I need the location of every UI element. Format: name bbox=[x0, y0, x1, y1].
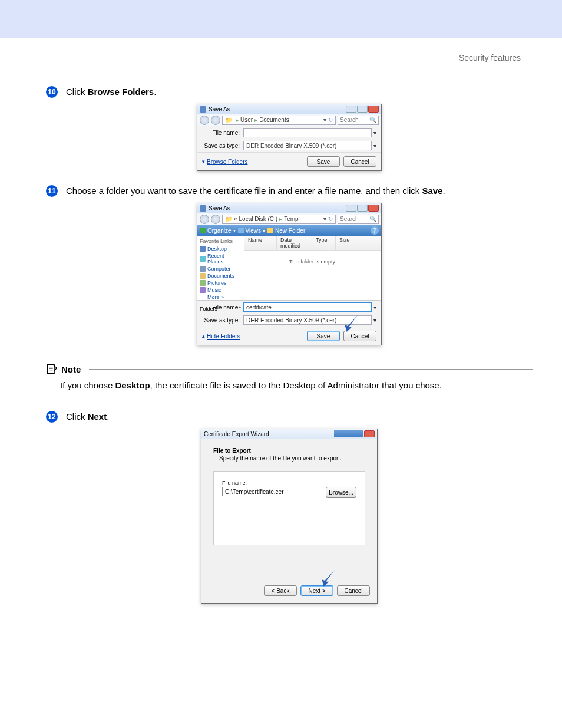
maximize-button[interactable] bbox=[357, 205, 368, 212]
app-icon bbox=[200, 106, 206, 113]
forward-button[interactable] bbox=[211, 116, 220, 125]
step-12-text: Click Next. bbox=[66, 411, 533, 423]
chevron-right-icon: ▸ bbox=[254, 117, 257, 123]
crumb: Documents bbox=[259, 117, 289, 123]
t: Organize bbox=[207, 228, 232, 234]
favorite-computer[interactable]: Computer bbox=[200, 266, 242, 272]
header-title: Security features bbox=[46, 53, 521, 62]
t: Choose a folder you want to save the cer… bbox=[66, 186, 422, 196]
filename-label: File name: bbox=[201, 304, 243, 311]
hide-folders-button[interactable]: ▴ Hide Folders bbox=[202, 333, 240, 340]
back-button[interactable] bbox=[200, 116, 209, 125]
t: Click bbox=[66, 411, 88, 421]
titlebar-decoration bbox=[334, 430, 363, 437]
window-buttons bbox=[345, 205, 379, 212]
dropdown-icon[interactable]: ▾ bbox=[372, 130, 378, 136]
step-10-text: Click Browse Folders. bbox=[66, 86, 533, 98]
dropdown-icon[interactable]: ▾ bbox=[372, 304, 378, 311]
col-type[interactable]: Type bbox=[312, 236, 336, 250]
maximize-button[interactable] bbox=[357, 106, 368, 113]
save-button[interactable]: Save bbox=[307, 156, 340, 167]
filename-label: File name: bbox=[222, 480, 356, 486]
next-button[interactable]: Next > bbox=[300, 585, 333, 596]
breadcrumb[interactable]: 📁 « Local Disk (C:) ▸ Temp ▾ ↻ bbox=[222, 215, 336, 224]
crumb: Temp bbox=[284, 216, 298, 222]
views-menu[interactable]: Views▾ bbox=[238, 228, 266, 234]
minimize-button[interactable] bbox=[346, 205, 356, 212]
saveastype-select[interactable]: DER Encoded Binary X.509 (*.cer) bbox=[243, 141, 372, 150]
cancel-button[interactable]: Cancel bbox=[337, 585, 370, 596]
documents-icon bbox=[200, 273, 206, 279]
t: Browse Folders bbox=[88, 87, 154, 97]
close-button[interactable] bbox=[364, 430, 375, 437]
refresh-icon[interactable]: ↻ bbox=[328, 216, 333, 222]
dropdown-icon[interactable]: ▾ bbox=[323, 216, 326, 222]
cancel-button[interactable]: Cancel bbox=[343, 156, 376, 167]
search-placeholder: Search bbox=[340, 216, 359, 222]
filename-row: File name: ▾ bbox=[197, 126, 381, 139]
browse-folders-button[interactable]: ▾ Browse Folders bbox=[202, 159, 247, 165]
column-headers: Name Date modified Type Size bbox=[244, 236, 381, 251]
favorite-more[interactable]: More » bbox=[207, 294, 242, 300]
organize-menu[interactable]: Organize▾ bbox=[200, 228, 236, 234]
address-bar: 📁 ▸ User ▸ Documents ▾ ↻ Search 🔍 bbox=[197, 114, 381, 126]
wizard-panel: File name: C:\Temp\certificate.cer Brows… bbox=[213, 471, 365, 545]
wizard-section-title: File to Export bbox=[213, 447, 365, 454]
t: If you choose bbox=[60, 380, 115, 390]
t: « bbox=[234, 216, 237, 222]
chevron-down-icon: ▾ bbox=[202, 159, 205, 164]
col-name[interactable]: Name bbox=[244, 236, 277, 250]
figure-saveas-small: Save As 📁 ▸ User ▸ Documents ▾ ↻ bbox=[46, 104, 533, 171]
cancel-button[interactable]: Cancel bbox=[343, 331, 376, 341]
back-button[interactable]: < Back bbox=[264, 585, 297, 596]
filename-input[interactable]: C:\Temp\certificate.cer bbox=[222, 487, 322, 496]
forward-button[interactable] bbox=[211, 215, 220, 224]
col-size[interactable]: Size bbox=[336, 236, 381, 250]
filename-input[interactable] bbox=[243, 128, 372, 137]
close-button[interactable] bbox=[368, 106, 379, 113]
dropdown-icon[interactable]: ▾ bbox=[323, 117, 326, 123]
favorite-recent[interactable]: Recent Places bbox=[200, 253, 242, 265]
filename-input[interactable]: certificate bbox=[243, 302, 372, 312]
svg-rect-0 bbox=[48, 365, 55, 374]
refresh-icon[interactable]: ↻ bbox=[328, 117, 333, 123]
search-icon: 🔍 bbox=[369, 117, 376, 123]
t: . bbox=[443, 186, 445, 196]
dialog-certificate-export-wizard: Certificate Export Wizard File to Export… bbox=[201, 429, 378, 604]
t: Browse Folders bbox=[207, 159, 247, 165]
note-block: Note If you choose Desktop, the certific… bbox=[46, 363, 533, 400]
favorite-documents[interactable]: Documents bbox=[200, 273, 242, 279]
saveastype-label: Save as type: bbox=[201, 317, 243, 324]
titlebar: Save As bbox=[197, 203, 381, 213]
favorite-desktop[interactable]: Desktop bbox=[200, 246, 242, 252]
saveastype-select[interactable]: DER Encoded Binary X.509 (*.cer) bbox=[243, 315, 372, 325]
chevron-right-icon: ▸ bbox=[236, 117, 239, 123]
favorite-pictures[interactable]: Pictures bbox=[200, 280, 242, 286]
newfolder-icon bbox=[267, 228, 273, 233]
col-date[interactable]: Date modified bbox=[277, 236, 312, 250]
button-row: ▾ Browse Folders Save Cancel bbox=[197, 152, 381, 170]
save-button[interactable]: Save bbox=[307, 331, 340, 341]
breadcrumb[interactable]: 📁 ▸ User ▸ Documents ▾ ↻ bbox=[222, 116, 336, 125]
search-input[interactable]: Search 🔍 bbox=[338, 116, 379, 125]
back-button[interactable] bbox=[200, 215, 209, 224]
new-folder-button[interactable]: New Folder bbox=[267, 228, 305, 234]
divider bbox=[89, 369, 533, 370]
search-input[interactable]: Search 🔍 bbox=[338, 215, 379, 224]
browse-button[interactable]: Browse... bbox=[326, 487, 356, 498]
search-icon: 🔍 bbox=[369, 216, 376, 222]
minimize-button[interactable] bbox=[346, 106, 356, 113]
favorite-music[interactable]: Music bbox=[200, 287, 242, 293]
music-icon bbox=[200, 287, 206, 293]
dropdown-icon[interactable]: ▾ bbox=[372, 317, 378, 324]
chevron-up-icon: ▴ bbox=[202, 333, 205, 339]
file-list: Name Date modified Type Size This folder… bbox=[244, 236, 381, 300]
close-button[interactable] bbox=[368, 205, 379, 212]
dropdown-icon[interactable]: ▾ bbox=[372, 143, 378, 149]
step-12: 12 Click Next. bbox=[46, 411, 533, 423]
dialog-save-as-large: Save As 📁 « Local Disk (C:) ▸ Temp ▾ bbox=[197, 203, 382, 345]
step-10: 10 Click Browse Folders. bbox=[46, 86, 533, 98]
help-button[interactable]: ? bbox=[371, 226, 379, 235]
window-title: Save As bbox=[209, 106, 345, 113]
button-row: ▴ Hide Folders Save Cancel bbox=[197, 327, 381, 345]
